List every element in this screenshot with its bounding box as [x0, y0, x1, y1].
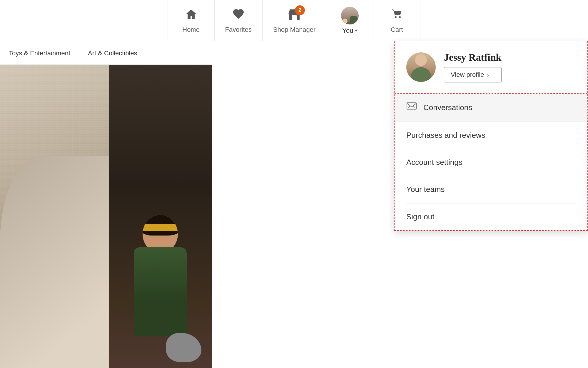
category-art[interactable]: Art & Collectibles	[79, 49, 146, 57]
nav-item-shop-manager[interactable]: 2 Shop Manager	[263, 0, 326, 41]
person-body	[134, 247, 187, 336]
cart-icon	[390, 8, 403, 24]
cart-label: Cart	[391, 26, 403, 34]
navbar: Home Favorites 2 Shop Manager	[0, 0, 588, 41]
you-avatar	[341, 7, 359, 24]
svg-point-3	[399, 16, 401, 18]
purchases-label: Purchases and reviews	[406, 131, 485, 140]
shop-manager-badge: 2	[295, 5, 305, 15]
svg-line-5	[407, 103, 412, 107]
menu-item-account[interactable]: Account settings	[395, 149, 587, 176]
conversations-label: Conversations	[423, 103, 472, 112]
content-area: Toys & Entertainment Art & Collectibles	[0, 41, 588, 368]
nav-item-favorites[interactable]: Favorites	[215, 0, 263, 41]
category-toys[interactable]: Toys & Entertainment	[0, 49, 79, 57]
nav-item-cart[interactable]: Cart	[373, 0, 420, 41]
svg-line-8	[413, 106, 415, 108]
home-label: Home	[182, 26, 200, 34]
view-profile-button[interactable]: View profile ›	[444, 67, 502, 82]
shop-manager-icon: 2	[288, 8, 301, 24]
favorites-icon	[232, 8, 245, 24]
profile-avatar-head	[415, 54, 427, 66]
you-label-row: You ▾	[342, 27, 357, 34]
profile-avatar-body	[411, 67, 431, 82]
nav-item-you[interactable]: You ▾	[326, 0, 373, 41]
you-label: You	[342, 27, 353, 34]
nav-items: Home Favorites 2 Shop Manager	[168, 0, 421, 41]
dog-shape	[166, 333, 201, 362]
image-person	[109, 65, 212, 368]
images-area	[0, 65, 212, 368]
svg-line-6	[412, 103, 416, 107]
profile-avatar	[406, 52, 436, 82]
teams-label: Your teams	[406, 185, 445, 194]
shop-manager-label: Shop Manager	[273, 26, 315, 34]
signout-label: Sign out	[406, 212, 434, 221]
menu-section: Conversations Purchases and reviews Acco…	[395, 94, 587, 230]
chevron-down-icon: ▾	[355, 28, 357, 33]
person-figure	[116, 197, 204, 368]
view-profile-label: View profile	[451, 71, 484, 79]
profile-section: Jessy Ratfink View profile ›	[395, 41, 587, 94]
chevron-right-icon: ›	[487, 72, 489, 78]
menu-item-teams[interactable]: Your teams	[395, 176, 587, 203]
home-icon	[185, 8, 198, 24]
svg-point-2	[395, 16, 397, 18]
account-label: Account settings	[406, 158, 462, 167]
image-linen	[0, 65, 109, 368]
favorites-label: Favorites	[225, 26, 252, 34]
profile-info: Jessy Ratfink View profile ›	[444, 52, 502, 82]
svg-line-7	[408, 106, 410, 108]
nav-item-home[interactable]: Home	[168, 0, 215, 41]
svg-rect-4	[407, 103, 416, 109]
menu-item-signout[interactable]: Sign out	[395, 203, 587, 230]
dropdown-overlay: Jessy Ratfink View profile ›	[394, 41, 588, 231]
category-bar: Toys & Entertainment Art & Collectibles	[0, 41, 212, 65]
profile-name: Jessy Ratfink	[444, 52, 502, 63]
person-headband	[143, 224, 178, 231]
conversations-icon	[406, 102, 417, 113]
menu-item-conversations[interactable]: Conversations	[395, 94, 587, 122]
svg-rect-1	[292, 15, 297, 20]
menu-item-purchases[interactable]: Purchases and reviews	[395, 122, 587, 149]
